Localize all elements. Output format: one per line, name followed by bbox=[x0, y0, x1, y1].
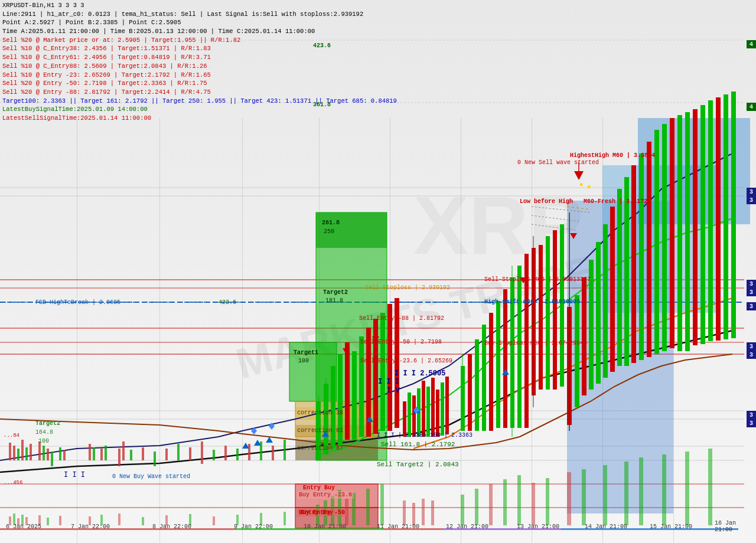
svg-rect-83 bbox=[431, 378, 435, 437]
svg-rect-171 bbox=[662, 454, 666, 525]
time-label-6: 11 Jan 21:00 bbox=[377, 524, 419, 530]
svg-text:...84: ...84 bbox=[4, 433, 19, 439]
svg-text:261.8: 261.8 bbox=[322, 220, 340, 226]
svg-rect-79 bbox=[412, 395, 416, 437]
time-label-3: 8 Jan 22:00 bbox=[152, 524, 191, 530]
svg-rect-71 bbox=[359, 336, 364, 437]
svg-text:I I I: I I I bbox=[64, 471, 85, 479]
svg-rect-103 bbox=[553, 230, 557, 390]
svg-rect-39 bbox=[47, 449, 49, 460]
entry-buy-1: Entry Buy bbox=[303, 485, 335, 491]
svg-rect-41 bbox=[59, 447, 61, 460]
svg-rect-163 bbox=[517, 475, 521, 525]
entry-buy-2: Entry Buy bbox=[301, 509, 333, 516]
svg-text:I V: I V bbox=[387, 387, 400, 395]
right-box-4-2: 4 bbox=[747, 103, 756, 111]
svg-rect-77 bbox=[403, 401, 406, 437]
svg-text:0 New Buy Wave started: 0 New Buy Wave started bbox=[112, 473, 190, 480]
svg-rect-47 bbox=[118, 449, 120, 466]
right-box-3-9: 3 bbox=[747, 419, 756, 427]
svg-rect-114 bbox=[624, 177, 629, 366]
svg-rect-48 bbox=[122, 441, 125, 460]
svg-rect-84 bbox=[436, 390, 439, 437]
info-line-8: Sell %10 @ Entry -23: 2.65269 | Target:2… bbox=[2, 71, 397, 80]
high-shift-m60-label: High-shift m60 | 2.81930000 bbox=[484, 299, 580, 305]
svg-rect-125 bbox=[708, 100, 713, 341]
info-line-5: Sell %10 @ C_Entry38: 2.4356 | Target:1.… bbox=[2, 44, 397, 53]
svg-rect-116 bbox=[639, 153, 644, 360]
svg-rect-110 bbox=[596, 242, 601, 384]
svg-rect-112 bbox=[610, 207, 615, 372]
time-label-10: 15 Jan 21:00 bbox=[650, 524, 692, 530]
info-line-10: Sell %20 @ Entry -88: 2.81792 | Target:2… bbox=[2, 88, 397, 97]
svg-rect-42 bbox=[63, 450, 66, 460]
title-line: XRPUSDT-Bin,H1 3 3 3 3 bbox=[2, 1, 397, 10]
svg-rect-102 bbox=[546, 236, 550, 390]
svg-text:I I I: I I I bbox=[378, 378, 399, 386]
info-line-9: Sell %20 @ Entry -50: 2.7198 | Target:2.… bbox=[2, 79, 397, 88]
time-label-2: 7 Jan 22:00 bbox=[71, 524, 110, 530]
svg-rect-51 bbox=[154, 452, 156, 466]
info-line-1: Line:2911 | h1_atr_c0: 0.0123 | tema_h1_… bbox=[2, 10, 397, 19]
svg-rect-160 bbox=[475, 489, 478, 525]
svg-rect-113 bbox=[617, 189, 622, 366]
sell-entry-23-label: Sell Entry -23.6 | 2.65269 bbox=[360, 358, 452, 364]
info-line-3: Time A:2025.01.11 21:00:00 | Time B:2025… bbox=[2, 27, 397, 36]
svg-rect-62 bbox=[284, 440, 286, 460]
info-line-4: Sell %20 @ Market price or at: 2.5905 | … bbox=[2, 36, 397, 45]
info-panel: XRPUSDT-Bin,H1 3 3 3 3 Line:2911 | h1_at… bbox=[2, 1, 397, 123]
svg-rect-128 bbox=[731, 91, 736, 338]
svg-rect-33 bbox=[17, 449, 19, 460]
svg-rect-57 bbox=[224, 446, 227, 460]
time-label-8: 13 Jan 21:00 bbox=[517, 524, 559, 530]
info-line-12: LatestBuySignalTime:2025.01.09 14:00:00 bbox=[2, 105, 397, 114]
svg-rect-90 bbox=[475, 339, 479, 431]
svg-text:★: ★ bbox=[579, 179, 584, 189]
right-box-3-8: 3 bbox=[747, 411, 756, 419]
svg-rect-45 bbox=[100, 449, 103, 460]
svg-rect-104 bbox=[560, 224, 564, 387]
svg-rect-118 bbox=[654, 130, 659, 354]
svg-rect-119 bbox=[662, 124, 667, 351]
svg-rect-167 bbox=[582, 469, 586, 525]
svg-rect-50 bbox=[142, 447, 144, 460]
svg-rect-32 bbox=[13, 446, 15, 460]
svg-rect-89 bbox=[468, 354, 472, 431]
svg-text:0 New Sell wave started: 0 New Sell wave started bbox=[517, 159, 599, 166]
svg-rect-73 bbox=[373, 319, 378, 434]
info-line-11: Target100: 2.3363 || Target 161: 2.1792 … bbox=[2, 97, 397, 106]
svg-rect-34 bbox=[21, 440, 24, 460]
svg-text:Sell 161.8 | 2.1792: Sell 161.8 | 2.1792 bbox=[381, 441, 455, 448]
svg-rect-162 bbox=[503, 479, 507, 525]
svg-rect-108 bbox=[582, 277, 586, 395]
svg-rect-74 bbox=[380, 313, 385, 431]
svg-rect-59 bbox=[248, 444, 250, 460]
svg-text:correction 87: correction 87 bbox=[297, 445, 343, 452]
info-line-13: LatestSellSignalTime:2025.01.14 11:00:00 bbox=[2, 114, 397, 123]
info-line-6: Sell %10 @ C_Entry61: 2.4956 | Target:0.… bbox=[2, 53, 397, 62]
svg-rect-40 bbox=[51, 452, 53, 466]
svg-rect-173 bbox=[708, 449, 712, 525]
svg-rect-35 bbox=[25, 447, 28, 460]
svg-rect-49 bbox=[130, 450, 132, 460]
sell-stoploss-m60-label: Sell-Stoploss M60 | 3.05813337 bbox=[484, 276, 591, 283]
svg-rect-67 bbox=[331, 366, 335, 449]
svg-rect-55 bbox=[201, 441, 203, 464]
info-line-7: Sell %10 @ C_Entry88: 2.5609 | Target:2.… bbox=[2, 62, 397, 71]
svg-rect-94 bbox=[503, 289, 507, 428]
time-label-4: 9 Jan 22:00 bbox=[234, 524, 273, 530]
fsb-label: FSB-HighToBreak | 2.8605 423.6 bbox=[35, 299, 236, 306]
svg-rect-169 bbox=[624, 462, 628, 525]
svg-rect-43 bbox=[89, 444, 91, 460]
svg-text:correction 61: correction 61 bbox=[297, 427, 343, 434]
svg-rect-154 bbox=[380, 484, 384, 525]
svg-rect-31 bbox=[9, 443, 11, 460]
svg-rect-93 bbox=[496, 301, 500, 428]
svg-rect-115 bbox=[631, 165, 636, 363]
svg-rect-61 bbox=[272, 446, 274, 460]
svg-marker-185 bbox=[502, 369, 509, 375]
svg-rect-70 bbox=[352, 351, 357, 440]
svg-rect-166 bbox=[567, 472, 571, 525]
svg-text:★: ★ bbox=[586, 182, 592, 191]
svg-rect-82 bbox=[426, 387, 430, 437]
